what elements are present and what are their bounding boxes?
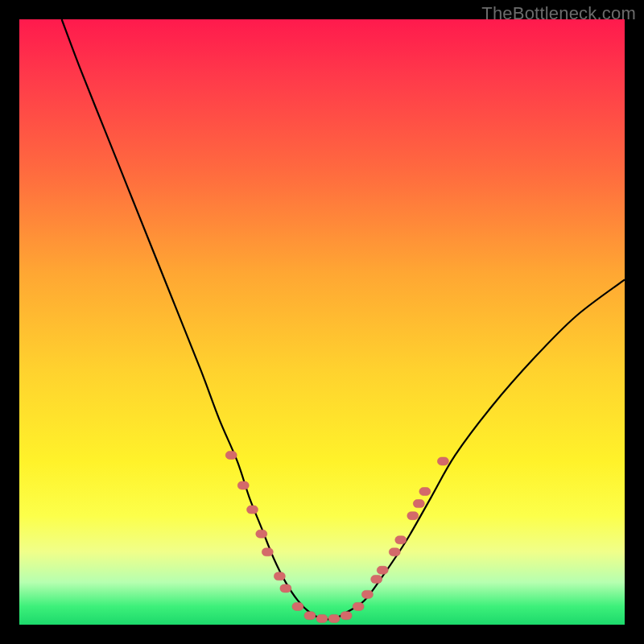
curve-marker (274, 572, 285, 580)
marker-layer (225, 451, 448, 622)
curve-marker (353, 602, 364, 610)
curve-marker (247, 506, 258, 514)
curve-marker (395, 536, 407, 544)
curve-marker (377, 566, 388, 574)
curve-marker (280, 584, 291, 592)
curve-marker (316, 614, 328, 622)
bottleneck-chart (19, 19, 625, 625)
curve-marker (225, 451, 237, 459)
curve-marker (437, 457, 448, 465)
curve-marker (389, 548, 400, 556)
chart-area (19, 19, 625, 625)
curve-marker (262, 548, 273, 556)
curve-marker (361, 590, 373, 598)
curve-marker (328, 614, 340, 622)
curve-marker (413, 500, 424, 508)
curve-marker (341, 612, 352, 620)
curve-marker (419, 488, 431, 496)
curve-marker (292, 602, 303, 610)
bottleneck-curve-line (62, 19, 625, 619)
curve-marker (371, 576, 382, 584)
curve-marker (256, 530, 267, 538)
curve-marker (304, 612, 316, 620)
curve-marker (237, 481, 249, 489)
curve-marker (407, 512, 419, 520)
watermark-text: TheBottleneck.com (481, 3, 636, 24)
